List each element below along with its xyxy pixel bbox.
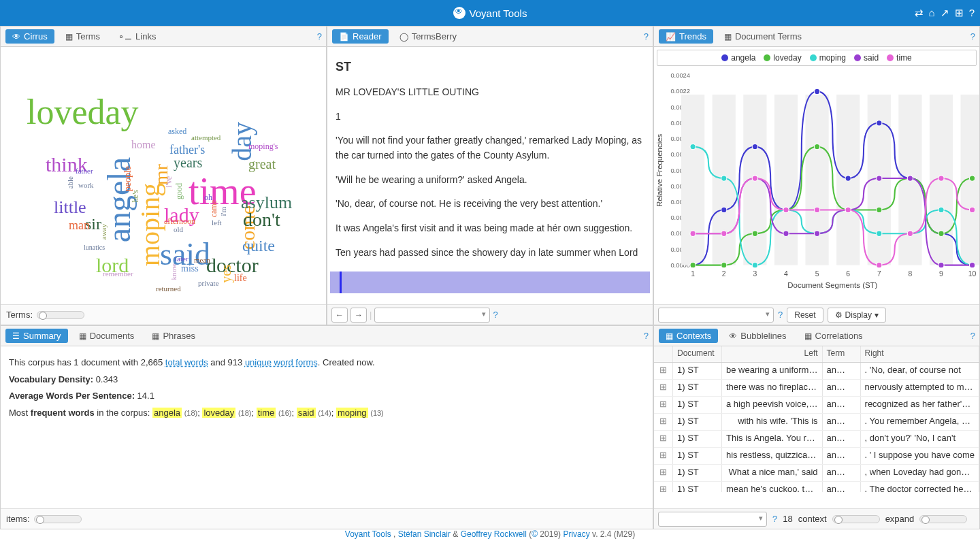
table-row[interactable]: ⊞ 1) ST there was no fireplace; when an…… [654,380,979,397]
col-document[interactable]: Document [673,346,722,362]
cloud-word[interactable]: i'm [220,207,227,216]
tab-phrases[interactable]: ▦Phrases [145,329,202,343]
tab-document-terms[interactable]: ▦Document Terms [717,29,808,44]
cirrus-word-cloud[interactable]: lovedayangelatimesaidmopingdaydoctorcome… [1,47,326,304]
tab-summary[interactable]: ☰Summary [5,329,68,343]
reader-search-input[interactable] [374,308,490,323]
reader-body[interactable]: STMR LOVEDAY'S LITTLE OUTING1'You will n… [327,47,653,304]
sinclair-link[interactable]: Stéfan Sinclair [398,529,451,539]
cloud-word[interactable]: moping [137,183,164,266]
cloud-word[interactable]: years [174,156,202,169]
expand-icon[interactable]: ⊞ [654,397,673,413]
prev-button[interactable]: ← [331,308,348,323]
tab-documents[interactable]: ▦Documents [72,329,142,343]
col-term[interactable]: Term [823,346,861,362]
cloud-word[interactable]: later [175,255,189,263]
voyant-link[interactable]: Voyant Tools [345,529,391,539]
help-icon[interactable]: ? [969,7,975,19]
cloud-word[interactable]: mean [194,257,210,264]
tab-bubblelines[interactable]: 👁Bubblelines [722,329,793,343]
legend-item[interactable]: angela [721,53,755,63]
cloud-word[interactable]: man [69,219,90,231]
cloud-word[interactable]: asked [168,127,186,135]
reader-search-help-icon[interactable]: ? [493,310,497,320]
tab-terms[interactable]: ▦Terms [59,29,107,44]
cloud-word[interactable]: able [67,176,74,188]
tab-reader[interactable]: 📄Reader [332,29,389,44]
legend-item[interactable]: loveday [764,53,801,63]
expand-icon[interactable]: ⊞ [654,380,673,396]
items-slider[interactable] [34,515,82,523]
cloud-word[interactable]: i've [165,176,173,188]
freq-word[interactable]: moping [336,408,368,418]
expand-icon[interactable]: ⊞ [654,482,673,492]
tab-termsberry[interactable]: ◯TermsBerry [393,29,463,44]
expand-slider[interactable] [919,515,967,523]
cloud-word[interactable]: away [100,224,108,240]
context-slider[interactable] [832,515,880,523]
cloud-word[interactable]: returned [156,285,181,293]
contexts-search-help-icon[interactable]: ? [772,514,777,524]
reader-progress-bar[interactable] [330,272,650,293]
total-words-link[interactable]: total words [165,357,208,367]
cloud-word[interactable]: little [54,199,86,216]
expand-icon[interactable]: ⊞ [654,465,673,481]
legend-item[interactable]: time [887,53,912,63]
cloud-word[interactable]: great [248,157,276,171]
windows-icon[interactable]: ⊞ [955,7,964,19]
rockwell-link[interactable]: Geoffrey Rockwell [461,529,527,539]
expand-icon[interactable]: ⊞ [654,431,673,447]
trends-search-input[interactable] [658,308,774,323]
display-dropdown[interactable]: ⚙Display▾ [828,308,886,323]
trends-help-icon[interactable]: ? [970,31,975,42]
freq-word[interactable]: angela [152,408,182,418]
cloud-word[interactable]: oh [204,193,212,201]
cloud-word[interactable]: life [234,274,247,283]
trends-chart[interactable]: 0.00240.00220.00200.00180.00160.00140.00… [654,69,979,293]
cloud-word[interactable]: father [76,167,93,175]
freq-word[interactable]: loveday [202,408,235,418]
cloud-word[interactable]: private [198,280,219,287]
cloud-word[interactable]: he's [131,190,140,202]
next-button[interactable]: → [350,308,367,323]
cloud-word[interactable]: old [174,226,183,233]
cloud-word[interactable]: loveday [27,95,139,130]
cloud-word[interactable]: moping's [248,142,278,150]
table-row[interactable]: ⊞ 1) ST with his wife. 'This is an… . Yo… [654,414,979,431]
col-right[interactable]: Right [861,346,979,362]
table-row[interactable]: ⊞ 1) ST This is Angela. You remember an…… [654,431,979,448]
cloud-word[interactable]: work [78,182,94,189]
expand-icon[interactable]: ⊞ [654,448,673,464]
contexts-search-input[interactable] [658,512,767,527]
cloud-word[interactable]: came [210,200,218,217]
cloud-word[interactable]: don't [243,210,280,229]
legend-item[interactable]: moping [810,53,846,63]
freq-word[interactable]: time [257,408,276,418]
cloud-word[interactable]: afternoon [164,217,195,225]
table-row[interactable]: ⊞ 1) ST What a nice man,' said an… , whe… [654,465,979,482]
language-icon[interactable]: ⇄ [915,7,924,19]
cloud-word[interactable]: left [212,219,222,227]
terms-slider[interactable] [37,311,84,319]
unique-words-link[interactable]: unique word forms [245,357,318,367]
expand-icon[interactable]: ⊞ [654,414,673,430]
tab-correlations[interactable]: ▦Correlations [798,329,870,343]
cloud-word[interactable]: lunatics [84,244,105,251]
tab-trends[interactable]: 📈Trends [659,29,713,44]
tab-links[interactable]: ⚬⚊Links [111,29,163,44]
export-icon[interactable]: ↗ [941,7,949,19]
tab-contexts[interactable]: ▦Contexts [659,329,718,343]
tab-cirrus[interactable]: 👁Cirrus [5,29,54,44]
privacy-link[interactable]: Privacy [563,529,589,539]
cloud-word[interactable]: attempted [191,134,220,142]
cloud-word[interactable]: father's [169,144,205,156]
cloud-word[interactable]: remember [103,270,133,278]
cloud-word[interactable]: know [170,263,178,280]
cloud-word[interactable]: quite [242,237,275,254]
cirrus-help-icon[interactable]: ? [317,31,322,42]
reader-help-icon[interactable]: ? [644,31,649,42]
trends-search-help-icon[interactable]: ? [778,310,783,320]
cloud-word[interactable]: good [175,183,183,199]
cloud-word[interactable]: miss [181,264,199,274]
expand-icon[interactable]: ⊞ [654,363,673,379]
